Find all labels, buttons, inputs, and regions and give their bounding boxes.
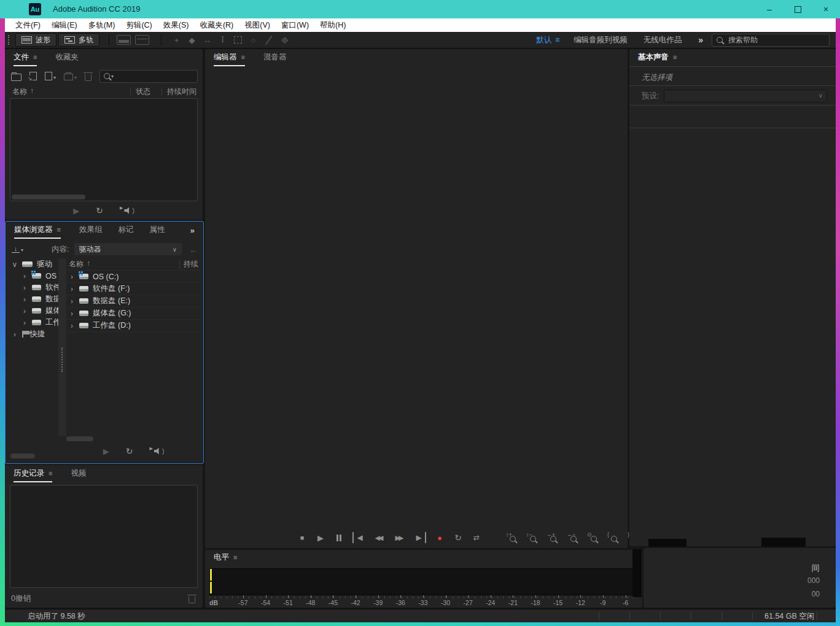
drive-row[interactable]: ›OS (C:)	[66, 271, 201, 283]
time-selection-tool-icon[interactable]: ↔	[200, 34, 215, 46]
import-media-button[interactable]: ↓▾	[12, 245, 23, 253]
new-file-button[interactable]: ▾	[45, 72, 56, 80]
column-status[interactable]: 状态	[131, 87, 161, 97]
menu-item[interactable]: 剪辑(C)	[120, 20, 157, 31]
ibeam-tool-icon[interactable]: I	[215, 34, 230, 46]
tab-favorites[interactable]: 收藏夹	[55, 49, 79, 66]
panel-menu-icon[interactable]: ≡	[233, 554, 237, 561]
files-search-input[interactable]	[117, 71, 193, 82]
auto-play-speaker-icon[interactable]: ▶)	[120, 207, 134, 214]
close-button[interactable]: ×	[812, 0, 840, 18]
marquee-selection-tool-icon[interactable]	[230, 34, 246, 46]
tab-markers[interactable]: 标记	[118, 222, 133, 239]
spectral-pitch-display-icon[interactable]	[135, 35, 149, 45]
column-name[interactable]: 名称↑	[12, 87, 130, 97]
move-tool-icon[interactable]: +	[169, 34, 184, 46]
tab-editor[interactable]: 编辑器≡	[214, 49, 245, 66]
workspace-default[interactable]: 默认	[528, 35, 555, 45]
record-button[interactable]: ●	[435, 532, 445, 543]
tree-item-shortcuts[interactable]: › 快捷	[9, 328, 58, 340]
open-file-icon[interactable]	[11, 74, 21, 81]
spot-healing-tool-icon[interactable]: ▨	[274, 30, 294, 49]
media-list-hscrollbar[interactable]	[66, 436, 93, 441]
tab-properties[interactable]: 属性	[149, 222, 165, 239]
workspace-radio-production[interactable]: 无线电作品	[636, 35, 690, 45]
minimize-button[interactable]: –	[755, 0, 784, 18]
tree-drive-row[interactable]: ›媒体盘 (G:)	[9, 305, 58, 317]
tree-item-drives[interactable]: ∨ 驱动	[9, 258, 58, 270]
menu-item[interactable]: 效果(S)	[158, 20, 195, 31]
tab-files[interactable]: 文件≡	[14, 49, 37, 66]
column-duration[interactable]: 持续时间	[162, 87, 196, 97]
tree-drive-row[interactable]: ›软件盘 (F:)	[9, 282, 58, 293]
tab-history[interactable]: 历史记录≡	[14, 465, 52, 482]
drive-row[interactable]: ›数据盘 (E:)	[66, 295, 201, 307]
skip-back-button[interactable]: ◀	[352, 532, 365, 543]
import-file-icon[interactable]	[29, 72, 37, 80]
menu-item[interactable]: 视图(V)	[239, 20, 276, 31]
workspace-menu-icon[interactable]: ≡	[555, 36, 559, 44]
tab-video[interactable]: 视频	[71, 465, 86, 482]
more-workspaces-button[interactable]: »	[690, 35, 712, 45]
column-duration[interactable]: 持续	[180, 259, 198, 269]
preview-play-icon[interactable]: ▶	[103, 447, 109, 456]
column-name[interactable]: 名称↑	[69, 259, 179, 269]
clear-history-trash-icon[interactable]	[189, 597, 195, 603]
menu-item[interactable]: 文件(F)	[10, 20, 46, 31]
tab-levels[interactable]: 电平≡	[214, 550, 237, 566]
panel-menu-icon[interactable]: ≡	[49, 470, 52, 477]
fast-forward-button[interactable]: ▶▶	[394, 532, 405, 543]
auto-play-speaker-icon[interactable]: ▶)	[150, 448, 165, 455]
tree-drive-row[interactable]: ›数据盘 (E:)	[9, 293, 58, 305]
help-search-input[interactable]	[727, 35, 825, 45]
zoom-in-point-button[interactable]: {	[607, 533, 619, 543]
panel-menu-icon[interactable]: ≡	[57, 226, 61, 233]
preview-loop-icon[interactable]: ↻	[96, 206, 103, 215]
preset-dropdown[interactable]: ∨	[664, 90, 827, 102]
toolbar-grip[interactable]	[8, 35, 9, 45]
lasso-selection-tool-icon[interactable]: ○	[246, 34, 261, 46]
zoom-out-amplitude-button[interactable]: ↕−	[526, 533, 538, 543]
skip-selection-button[interactable]: ⇄	[472, 532, 481, 543]
razor-tool-icon[interactable]: ◆	[184, 34, 200, 46]
back-arrow-icon[interactable]: ←	[189, 244, 198, 255]
tab-essential-sound[interactable]: 基本声音≡	[638, 49, 677, 66]
more-tabs-button[interactable]: »	[190, 222, 195, 239]
menu-item[interactable]: 帮助(H)	[314, 20, 351, 31]
stop-button[interactable]: ■	[297, 532, 307, 543]
maximize-button[interactable]	[784, 0, 812, 18]
menu-item[interactable]: 多轨(M)	[83, 20, 121, 31]
tab-effects-rack[interactable]: 效果组	[79, 222, 103, 239]
drive-row[interactable]: ›软件盘 (F:)	[66, 283, 201, 295]
tree-drive-row[interactable]: ›工作盘 (D:)	[9, 317, 58, 328]
waveform-view-button[interactable]: 波形	[15, 33, 56, 47]
files-hscrollbar[interactable]	[12, 195, 85, 199]
menu-item[interactable]: 编辑(E)	[46, 20, 83, 31]
tree-list-splitter[interactable]	[58, 258, 66, 436]
pause-button[interactable]	[334, 532, 344, 543]
trash-icon[interactable]	[85, 74, 91, 81]
rewind-button[interactable]: ◀◀	[373, 532, 385, 543]
zoom-in-amplitude-button[interactable]: ↕+	[506, 533, 518, 543]
tree-drive-row[interactable]: ›OS (C:)	[9, 270, 58, 282]
zoom-in-time-button[interactable]: ↔+	[546, 533, 558, 543]
zoom-out-time-button[interactable]: ↔−	[567, 533, 578, 543]
loop-playback-button[interactable]: ↻	[453, 532, 463, 543]
panel-menu-icon[interactable]: ≡	[673, 53, 677, 61]
media-tree-hscrollbar[interactable]	[10, 454, 35, 458]
tab-mixer[interactable]: 混音器	[263, 49, 287, 66]
menu-item[interactable]: 窗口(W)	[276, 20, 314, 31]
preview-play-icon[interactable]: ▶	[73, 206, 79, 215]
preview-loop-icon[interactable]: ↻	[126, 446, 133, 456]
zoom-reset-button[interactable]: ⊙	[587, 533, 599, 543]
content-dropdown[interactable]: 驱动器 ∨	[74, 243, 182, 255]
drive-row[interactable]: ›媒体盘 (G:)	[66, 307, 201, 320]
play-button[interactable]: ▶	[316, 532, 325, 543]
menu-item[interactable]: 收藏夹(R)	[194, 20, 239, 31]
save-file-button[interactable]: ▾	[64, 72, 77, 80]
multitrack-view-button[interactable]: 多轨	[58, 33, 99, 47]
skip-forward-button[interactable]: ▶	[414, 532, 426, 543]
panel-menu-icon[interactable]: ≡	[33, 53, 37, 61]
panel-menu-icon[interactable]: ≡	[241, 53, 245, 61]
workspace-edit-audio-video[interactable]: 编辑音频到视频	[566, 35, 636, 45]
